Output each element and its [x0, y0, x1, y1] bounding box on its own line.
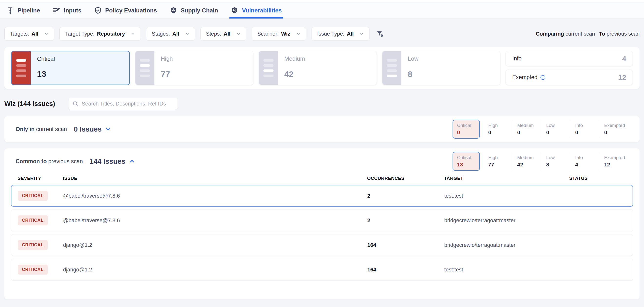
filter-value: Repository [97, 31, 125, 37]
stat-info[interactable]: Info 0 [570, 120, 599, 138]
scanner-row: Wiz (144 Issues) [4, 98, 640, 110]
table-row[interactable]: CRITICAL @babel/traverse@7.8.6 2 test:te… [11, 185, 633, 206]
section-phrase-bold: Common to [16, 158, 47, 164]
severity-level-icon [136, 51, 154, 85]
severity-badge: CRITICAL [18, 191, 48, 201]
issue-cell: django@1.2 [63, 266, 367, 273]
section-phrase-rest: current scan [36, 126, 67, 132]
inputs-icon [52, 6, 60, 14]
filter-steps[interactable]: Steps: All [200, 27, 246, 41]
severity-card-info[interactable]: Info 4 [506, 51, 633, 66]
stat-value: 42 [517, 162, 536, 168]
supply-chain-shield-icon [170, 6, 177, 14]
severity-card-high[interactable]: High 77 [135, 51, 253, 85]
stat-medium[interactable]: Medium 0 [512, 120, 541, 138]
stat-value: 8 [546, 162, 565, 168]
search-input[interactable] [82, 101, 174, 107]
occurrences-cell: 164 [367, 242, 444, 248]
comparison-caption: Comparing current scan To previous scan [536, 31, 640, 37]
policy-shield-check-icon [94, 6, 102, 14]
stat-label: Medium [517, 155, 536, 160]
stat-value: 0 [546, 130, 565, 136]
target-cell: test:test [444, 193, 570, 199]
filter-target-type[interactable]: Target Type: Repository [60, 27, 141, 41]
column-target: TARGET [444, 176, 569, 181]
stat-medium[interactable]: Medium 42 [512, 152, 541, 170]
filter-issue-type[interactable]: Issue Type: All [312, 27, 370, 41]
tab-pipeline[interactable]: Pipeline [6, 2, 40, 18]
section-phrase: Only in current scan [16, 126, 67, 132]
stat-label: Medium [517, 123, 536, 128]
table-row[interactable]: CRITICAL django@1.2 164 test:test [11, 259, 633, 280]
stat-exempted[interactable]: Exempted 0 [599, 120, 630, 138]
stat-high[interactable]: High 0 [483, 120, 512, 138]
filter-label: Scanner: [257, 31, 279, 37]
filter-scanner[interactable]: Scanner: Wiz [252, 27, 306, 41]
stat-info[interactable]: Info 4 [570, 152, 599, 170]
comparing-current: current scan [566, 31, 595, 37]
severity-card-low[interactable]: Low 8 [382, 51, 500, 85]
stat-value: 0 [575, 130, 594, 136]
tab-policy-evaluations[interactable]: Policy Evaluations [94, 2, 157, 18]
severity-card-exempted[interactable]: Exempted 12 [506, 70, 633, 85]
stat-high[interactable]: High 77 [483, 152, 512, 170]
filter-value: All [347, 31, 354, 37]
stat-low[interactable]: Low 0 [541, 120, 570, 138]
stat-critical[interactable]: Critical 0 [452, 120, 480, 139]
tab-label: Policy Evaluations [105, 7, 157, 14]
stat-label: Low [546, 123, 565, 128]
summary-side-column: Info 4 Exempted 12 [506, 51, 633, 85]
chevron-down-icon [236, 32, 241, 36]
column-occurrences: OCCURRENCES [367, 176, 444, 181]
severity-level-icon [382, 51, 402, 85]
filter-row: Targets: All Target Type: Repository Sta… [4, 27, 640, 41]
only-severity-stats: Critical 0 High 0 Medium 0 Low 0 Info 0 … [452, 120, 630, 139]
severity-badge: CRITICAL [18, 240, 48, 250]
info-icon[interactable] [540, 74, 546, 80]
tab-vulnerabilities[interactable]: Vulnerabilities [231, 2, 282, 18]
stat-critical[interactable]: Critical 13 [452, 152, 480, 171]
stat-value: 13 [457, 162, 476, 168]
column-issue: ISSUE [63, 176, 367, 181]
comparing-previous: previous scan [606, 31, 640, 37]
issues-count-label: 0 Issues [74, 125, 102, 133]
filter-label: Target Type: [65, 31, 94, 37]
stat-exempted[interactable]: Exempted 12 [599, 152, 630, 170]
table-header: SEVERITY ISSUE OCCURRENCES TARGET STATUS [18, 176, 626, 181]
filter-label: Stages: [152, 31, 170, 37]
section-phrase: Common to previous scan [16, 158, 83, 165]
tab-label: Pipeline [18, 7, 40, 14]
stat-label: Exempted [604, 155, 625, 160]
severity-card-label: Critical [37, 56, 123, 62]
tab-inputs[interactable]: Inputs [52, 2, 81, 18]
occurrences-cell: 2 [367, 217, 444, 224]
table-row[interactable]: CRITICAL django@1.2 164 bridgecrewio/ter… [11, 234, 633, 256]
chevron-down-icon [185, 32, 190, 36]
stat-value: 4 [575, 162, 594, 168]
comparing-to: To [599, 31, 605, 37]
severity-card-count: 42 [284, 70, 370, 79]
filter-targets[interactable]: Targets: All [4, 27, 54, 41]
severity-card-medium[interactable]: Medium 42 [259, 51, 377, 85]
table-row[interactable]: CRITICAL @babel/traverse@7.8.6 2 bridgec… [11, 210, 633, 231]
section-phrase-rest: previous scan [48, 158, 83, 164]
occurrences-cell: 164 [367, 266, 444, 273]
top-strip [0, 0, 644, 2]
severity-card-label: Info [512, 55, 522, 62]
filter-stages[interactable]: Stages: All [146, 27, 195, 41]
comparing-label: Comparing [536, 31, 564, 37]
stat-low[interactable]: Low 8 [541, 152, 570, 170]
chevron-up-icon [129, 158, 135, 164]
severity-badge: CRITICAL [18, 264, 48, 274]
severity-card-count: 77 [161, 70, 247, 79]
severity-level-icon [259, 51, 278, 85]
severity-card-critical[interactable]: Critical 13 [11, 51, 130, 85]
tab-supply-chain[interactable]: Supply Chain [170, 2, 218, 18]
chevron-down-icon [105, 126, 111, 132]
clear-filters-icon[interactable] [376, 29, 386, 39]
stat-label: Info [575, 123, 594, 128]
common-issues-toggle[interactable]: 144 Issues [90, 158, 135, 166]
pipeline-icon [6, 6, 14, 14]
tab-label: Vulnerabilities [242, 7, 282, 14]
only-issues-toggle[interactable]: 0 Issues [74, 125, 111, 133]
